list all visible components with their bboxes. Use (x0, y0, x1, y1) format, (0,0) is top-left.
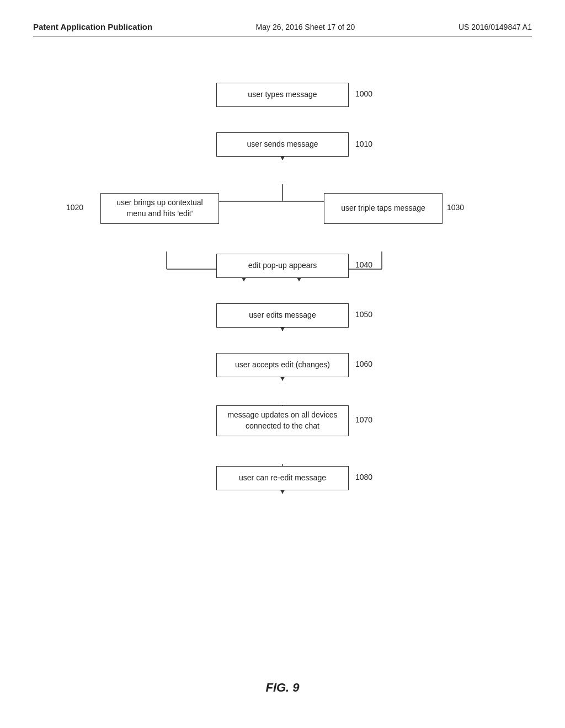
node-1020-label: user brings up contextual menu and hits … (116, 197, 202, 219)
node-1010-label: user sends message (247, 139, 318, 150)
node-1070-label: message updates on all devices connected… (227, 410, 337, 431)
node-1030: user triple taps message (324, 193, 443, 224)
node-1040: edit pop-up appears (216, 254, 349, 278)
ref-1050: 1050 (355, 310, 372, 319)
node-1010: user sends message (216, 132, 349, 157)
ref-1000: 1000 (355, 89, 372, 98)
flow-wrapper: user types message 1000 user sends messa… (95, 83, 470, 579)
node-1030-label: user triple taps message (341, 203, 425, 214)
node-1070: message updates on all devices connected… (216, 405, 349, 436)
node-1020: user brings up contextual menu and hits … (100, 193, 219, 224)
node-1060: user accepts edit (changes) (216, 353, 349, 377)
patent-number-label: US 2016/0149847 A1 (459, 23, 532, 31)
date-sheet-label: May 26, 2016 Sheet 17 of 20 (256, 23, 355, 31)
figure-caption: FIG. 9 (265, 681, 299, 695)
ref-1030: 1030 (447, 203, 464, 212)
page: Patent Application Publication May 26, 2… (0, 0, 565, 728)
node-1040-label: edit pop-up appears (248, 260, 317, 271)
page-header: Patent Application Publication May 26, 2… (33, 22, 532, 36)
node-1080-label: user can re-edit message (239, 473, 326, 484)
ref-1010: 1010 (355, 140, 372, 148)
node-1050: user edits message (216, 303, 349, 328)
node-1000: user types message (216, 83, 349, 107)
ref-1020: 1020 (66, 203, 83, 212)
publication-label: Patent Application Publication (33, 22, 152, 31)
flowchart-diagram: user types message 1000 user sends messa… (95, 83, 470, 579)
ref-1060: 1060 (355, 360, 372, 368)
node-1080: user can re-edit message (216, 466, 349, 490)
connectors-svg (95, 83, 470, 579)
node-1050-label: user edits message (249, 310, 316, 321)
ref-1080: 1080 (355, 473, 372, 481)
ref-1070: 1070 (355, 415, 372, 424)
node-1000-label: user types message (248, 89, 317, 100)
node-1060-label: user accepts edit (changes) (235, 360, 330, 371)
ref-1040: 1040 (355, 260, 372, 269)
